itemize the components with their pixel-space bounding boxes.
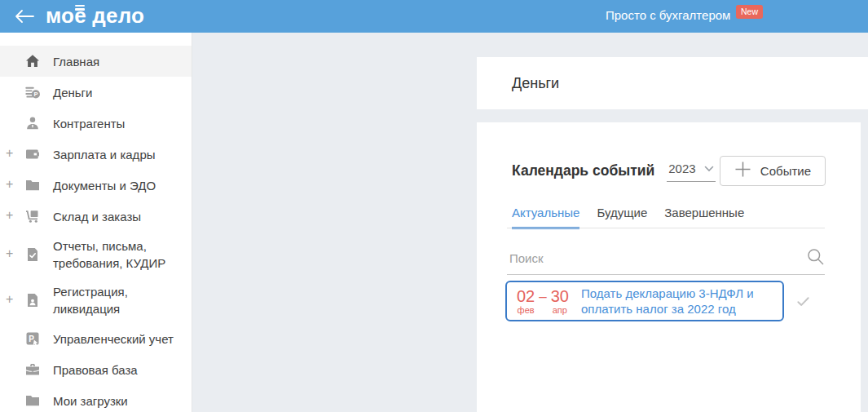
ruble-cursor-icon: P	[24, 330, 41, 347]
expand-plus-icon[interactable]: +	[6, 177, 13, 192]
date-dash: –	[539, 288, 546, 305]
doc-check-icon	[24, 246, 41, 263]
cart-icon	[24, 208, 41, 224]
sidebar-item-label: Отчеты, письма, требования, КУДИР	[53, 237, 187, 272]
search-icon[interactable]	[806, 247, 825, 269]
tabs-divider	[507, 228, 825, 228]
sidebar-item-downloads[interactable]: Мои загрузки	[0, 385, 192, 412]
person-icon	[24, 115, 41, 131]
search-input[interactable]	[507, 245, 794, 271]
check-icon[interactable]	[795, 294, 811, 309]
sidebar-item-salary[interactable]: +Зарплата и кадры	[0, 139, 192, 170]
event-card[interactable]: 02 фев – 30 апр Подать декларацию 3-НДФЛ…	[505, 281, 784, 321]
expand-plus-icon[interactable]: +	[6, 292, 13, 307]
briefcase-icon	[24, 361, 41, 378]
sidebar-item-label: Контрагенты	[53, 115, 125, 132]
expand-plus-icon[interactable]: +	[6, 146, 13, 161]
plus-icon	[734, 161, 751, 181]
sidebar-item-management[interactable]: PУправленческий учет	[0, 323, 192, 354]
doc-person-icon	[24, 292, 41, 308]
event-start-day: 02	[517, 288, 535, 305]
sidebar-item-label: Склад и заказы	[53, 208, 141, 225]
svg-text:P: P	[33, 91, 37, 98]
event-row: 02 фев – 30 апр Подать декларацию 3-НДФЛ…	[505, 281, 853, 321]
sidebar-item-home[interactable]: Главная	[0, 46, 192, 77]
calendar-title: Календарь событий	[512, 162, 654, 179]
event-title-link[interactable]: Подать декларацию 3-НДФЛ и оплатить нало…	[581, 286, 782, 317]
sidebar-item-legal[interactable]: Правовая база	[0, 354, 192, 385]
coins-ruble-icon: P	[24, 84, 41, 100]
add-event-button[interactable]: Событие	[720, 156, 826, 186]
sidebar-item-label: Деньги	[53, 84, 92, 101]
sidebar-item-money[interactable]: PДеньги	[0, 77, 192, 108]
expand-plus-icon[interactable]: +	[6, 208, 13, 223]
folder-icon	[24, 177, 41, 193]
sidebar-nav: ГлавнаяPДеньгиКонтрагенты+Зарплата и кад…	[0, 33, 192, 412]
app-logo[interactable]: мое дело	[46, 3, 144, 29]
sidebar-item-label: Зарплата и кадры	[53, 146, 156, 163]
calendar-panel: Календарь событий 2023 Событие Актуальны…	[477, 122, 861, 412]
sidebar-item-label: Регистрация, ликвидация	[53, 283, 187, 317]
sidebar-item-label: Главная	[53, 53, 99, 70]
event-start-month: фев	[518, 305, 535, 315]
sidebar-item-registration[interactable]: +Регистрация, ликвидация	[0, 277, 192, 323]
sidebar-item-label: Документы и ЭДО	[53, 177, 156, 194]
search-field	[507, 245, 825, 275]
tab-finished[interactable]: Завершенные	[664, 206, 744, 229]
sidebar-item-label: Мои загрузки	[53, 392, 128, 410]
events-tabs: АктуальныеБудущиеЗавершенные	[512, 206, 744, 229]
event-end-month: апр	[553, 305, 567, 315]
wallet-icon	[24, 146, 41, 162]
page-title-panel: Деньги	[477, 57, 868, 109]
sidebar-item-reports[interactable]: +Отчеты, письма, требования, КУДИР	[0, 232, 192, 277]
main-content: Деньги Календарь событий 2023 Событие Ак…	[192, 33, 868, 412]
year-dropdown[interactable]: 2023	[667, 159, 715, 182]
tab-actual[interactable]: Актуальные	[512, 206, 579, 229]
chevron-down-icon	[704, 161, 714, 175]
promo-banner-link[interactable]: Просто с бухгалтером	[606, 8, 730, 22]
add-event-label: Событие	[760, 164, 811, 178]
sidebar-item-warehouse[interactable]: +Склад и заказы	[0, 201, 192, 232]
calendar-header: Календарь событий 2023 Событие	[512, 155, 826, 186]
events-list: 02 фев – 30 апр Подать декларацию 3-НДФЛ…	[505, 281, 853, 321]
page-title: Деньги	[512, 75, 559, 92]
svg-text:P: P	[29, 334, 34, 343]
sidebar-item-documents[interactable]: +Документы и ЭДО	[0, 170, 192, 201]
folder-icon	[24, 392, 41, 409]
back-arrow-icon[interactable]	[15, 9, 34, 27]
app-header: мое дело Просто с бухгалтером New	[0, 0, 868, 33]
expand-plus-icon[interactable]: +	[6, 246, 13, 261]
sidebar-item-label: Правовая база	[53, 361, 138, 379]
home-icon	[24, 53, 41, 69]
year-value: 2023	[668, 162, 695, 175]
sidebar-item-contractors[interactable]: Контрагенты	[0, 108, 192, 139]
event-date-range: 02 фев – 30 апр	[517, 288, 569, 315]
event-end-day: 30	[551, 288, 569, 305]
sidebar: ГлавнаяPДеньгиКонтрагенты+Зарплата и кад…	[0, 33, 192, 412]
tab-future[interactable]: Будущие	[597, 206, 647, 229]
new-badge: New	[736, 5, 763, 19]
sidebar-item-label: Управленческий учет	[53, 330, 174, 348]
